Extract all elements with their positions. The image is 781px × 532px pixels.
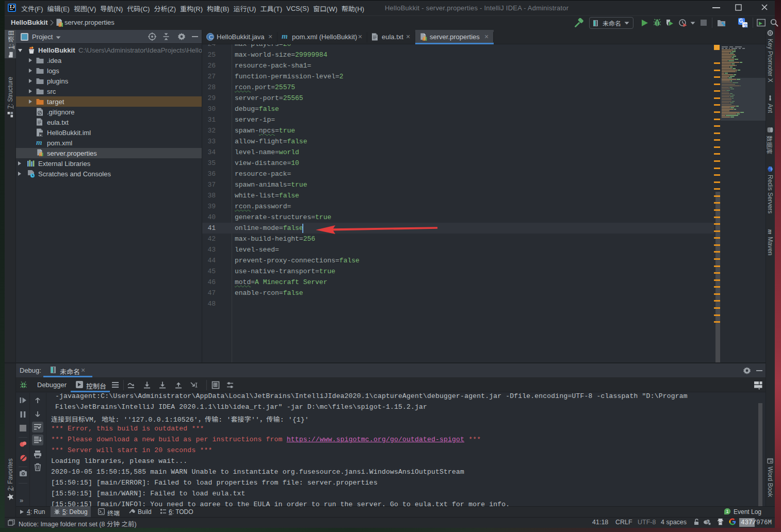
svg-text:1: 1 xyxy=(726,509,728,514)
